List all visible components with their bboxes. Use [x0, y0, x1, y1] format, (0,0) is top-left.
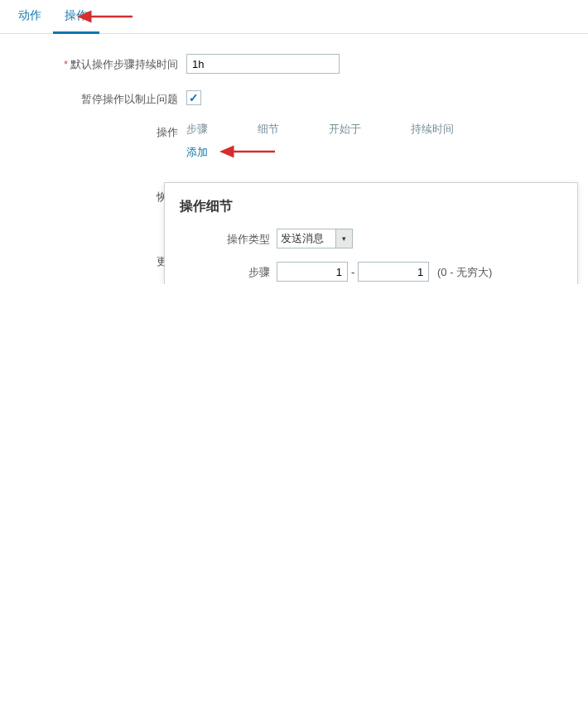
label-recovery: 恢复 [0, 186, 186, 205]
link-add-operation[interactable]: 添加 [186, 146, 208, 158]
label-pause-suppressed: 暂停操作以制止问题 [0, 89, 186, 107]
tab-action[interactable]: 动作 [7, 0, 53, 33]
input-step-from[interactable] [277, 262, 348, 282]
checkbox-pause-suppressed[interactable] [186, 90, 201, 105]
operation-details-popup: 操作细节 操作类型 发送消息▾ 步骤 - (0 - 无穷大) 步骤持续时间 (0… [164, 182, 578, 284]
popup-title: 操作细节 [165, 198, 577, 229]
label-op-type: 操作类型 [165, 229, 277, 247]
label-operations: 操作 [0, 122, 186, 140]
label-steps: 步骤 [165, 262, 277, 280]
ops-header-duration: 持续时间 [411, 122, 454, 137]
ops-header-steps: 步骤 [186, 122, 258, 137]
ops-header-start: 开始于 [329, 122, 411, 137]
label-update: 更新 [0, 251, 186, 269]
tab-operations[interactable]: 操作 [53, 0, 99, 34]
input-default-step-duration[interactable] [186, 54, 340, 74]
select-op-type-btn[interactable]: ▾ [336, 229, 353, 248]
input-step-to[interactable] [358, 262, 429, 282]
hint-step-inf: (0 - 无穷大) [437, 266, 492, 278]
label-default-step-duration: *默认操作步骤持续时间 [0, 54, 186, 72]
ops-header-details: 细节 [258, 122, 329, 137]
select-op-type[interactable]: 发送消息 [277, 229, 336, 248]
